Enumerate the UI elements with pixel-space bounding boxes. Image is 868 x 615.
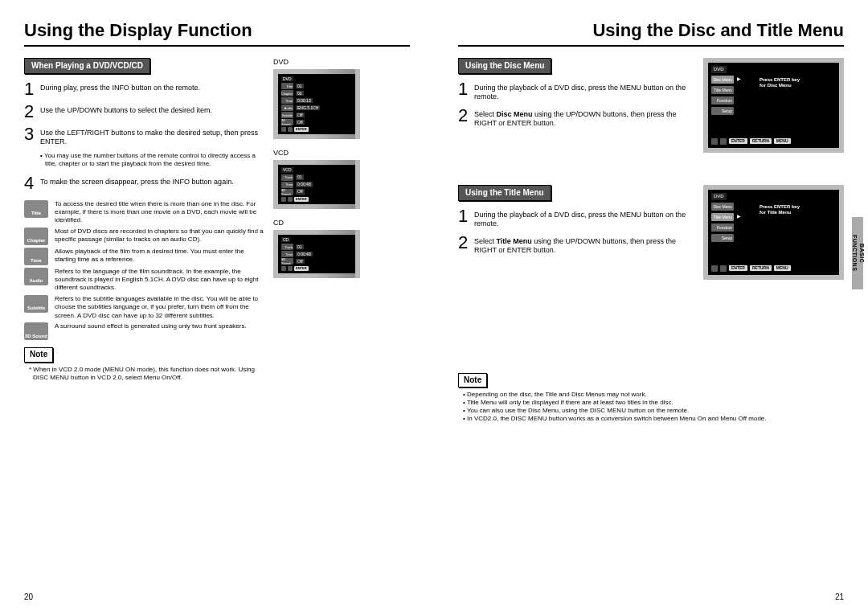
note-label-left: Note <box>24 347 53 363</box>
step-3-note: You may use the number buttons of the re… <box>40 152 264 168</box>
note-1: Depending on the disc, the Title and Dis… <box>463 391 844 399</box>
title-step-1: During the playback of a DVD disc, press… <box>474 207 692 229</box>
note-4: In VCD2.0, the DISC MENU button works as… <box>463 415 844 423</box>
time-icon: Time <box>24 248 48 265</box>
page-left: Using the Display Function When Playing … <box>0 0 434 615</box>
subtitle-icon: Subtitle <box>24 295 48 313</box>
osd-cd: CD Track01 Time0:00:48 3D SoundOff ENTER <box>273 230 360 278</box>
osd-disc-menu: DVD Disc Menu▶ Title Menu Function Setup… <box>703 58 844 153</box>
section-title-menu: Using the Title Menu <box>458 185 551 202</box>
note-label-right: Note <box>458 373 487 388</box>
side-tab-basic-functions: BASICFUNCTIONS <box>852 217 863 289</box>
icon-row-3dsound: 3D SoundA surround sound effect is gener… <box>24 322 264 340</box>
step-1: During play, press the INFO button on th… <box>40 80 264 98</box>
page-right: Using the Disc and Title Menu Using the … <box>434 0 868 615</box>
page-number-right: 21 <box>835 592 844 603</box>
icon-row-title: TitleTo access the desired title when th… <box>24 200 264 225</box>
section-disc-menu: Using the Disc Menu <box>458 58 551 75</box>
steps-left: 1During play, press the INFO button on t… <box>24 80 264 192</box>
osd-thumbs-column: DVD DVD Title01 Chapter02 Time0:00:13 Au… <box>273 58 410 382</box>
title-icon: Title <box>24 200 48 218</box>
manual-spread: Using the Display Function When Playing … <box>0 0 868 615</box>
osd-vcd: VCD Track01 Time0:00:48 3D SoundOff ENTE… <box>273 160 360 208</box>
step-3: Use the LEFT/RIGHT buttons to make the d… <box>40 125 264 147</box>
osd-title-menu: DVD Disc Menu Title Menu▶ Function Setup… <box>703 185 844 280</box>
disc-step-1: During the playback of a DVD disc, press… <box>474 80 692 102</box>
threed-sound-icon: 3D Sound <box>24 322 48 340</box>
icon-row-audio: AudioRefers to the language of the film … <box>24 268 264 293</box>
note-2: Title Menu will only be displayed if the… <box>463 399 844 407</box>
step-2: Use the UP/DOWN buttons to select the de… <box>40 103 264 121</box>
page-title-left: Using the Display Function <box>24 19 410 47</box>
chapter-icon: Chapter <box>24 228 48 245</box>
page-number-left: 20 <box>24 592 33 603</box>
page-title-right: Using the Disc and Title Menu <box>458 19 844 47</box>
thumb-caption-vcd: VCD <box>273 149 410 158</box>
icon-row-time: TimeAllows playback of the film from a d… <box>24 248 264 265</box>
step-4: To make the screen disappear, press the … <box>40 174 264 192</box>
note-3: You can also use the Disc Menu, using th… <box>463 407 844 415</box>
title-step-2: Select Title Menu using the UP/DOWN butt… <box>474 234 692 256</box>
note-text-left: When in VCD 2.0 mode (MENU ON mode), thi… <box>29 366 264 382</box>
thumb-caption-cd: CD <box>273 219 410 228</box>
thumb-caption-dvd: DVD <box>273 58 410 67</box>
osd-dvd: DVD Title01 Chapter02 Time0:00:13 AudioE… <box>273 69 360 139</box>
icon-row-subtitle: SubtitleRefers to the subtitle languages… <box>24 295 264 320</box>
icon-row-chapter: ChapterMost of DVD discs are recorded in… <box>24 228 264 245</box>
disc-step-2: Select Disc Menu using the UP/DOWN butto… <box>474 107 692 129</box>
audio-icon: Audio <box>24 268 48 285</box>
section-when-playing: When Playing a DVD/VCD/CD <box>24 58 150 75</box>
